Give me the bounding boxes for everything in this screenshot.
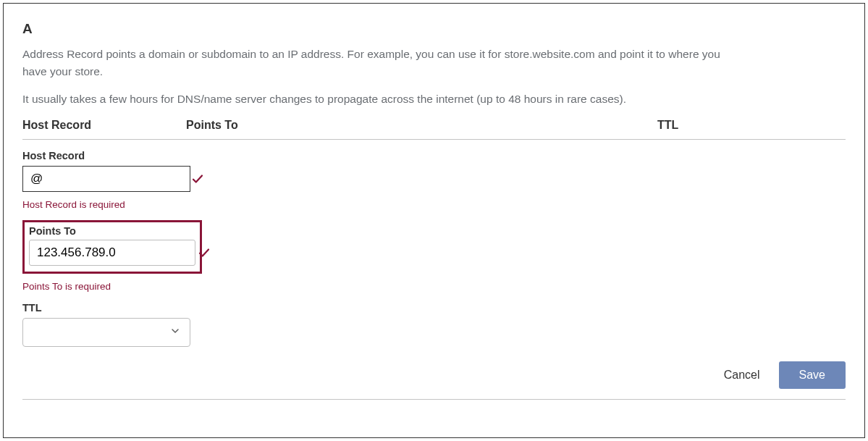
checkmark-icon — [191, 172, 204, 185]
col-header-ttl: TTL — [657, 119, 846, 132]
col-header-host: Host Record — [22, 119, 186, 132]
points-to-highlight: Points To — [22, 220, 202, 274]
ttl-select[interactable] — [22, 318, 190, 347]
dns-record-panel: A Address Record points a domain or subd… — [3, 3, 865, 438]
points-to-field-group: Points To Points To is required — [22, 220, 846, 292]
column-headers: Host Record Points To TTL — [22, 119, 846, 140]
cancel-button[interactable]: Cancel — [721, 364, 763, 386]
checkmark-icon — [198, 246, 211, 259]
points-to-label: Points To — [29, 225, 195, 237]
chevron-down-icon — [169, 325, 181, 340]
record-type-title: A — [22, 21, 846, 37]
points-to-input[interactable] — [30, 243, 198, 263]
form-footer: Cancel Save — [22, 357, 846, 400]
record-description-2: It usually takes a few hours for DNS/nam… — [22, 91, 846, 107]
record-description-1: Address Record points a domain or subdom… — [22, 46, 746, 80]
host-record-error: Host Record is required — [22, 199, 846, 210]
points-to-input-wrapper — [29, 240, 195, 266]
host-record-input[interactable] — [23, 169, 191, 189]
save-button[interactable]: Save — [779, 361, 846, 389]
host-record-label: Host Record — [22, 150, 846, 161]
points-to-error: Points To is required — [22, 281, 846, 292]
host-record-input-wrapper — [22, 166, 190, 192]
ttl-label: TTL — [22, 302, 846, 314]
host-record-field-group: Host Record Host Record is required — [22, 150, 846, 210]
ttl-field-group: TTL — [22, 302, 846, 347]
col-header-points-to: Points To — [186, 119, 657, 132]
